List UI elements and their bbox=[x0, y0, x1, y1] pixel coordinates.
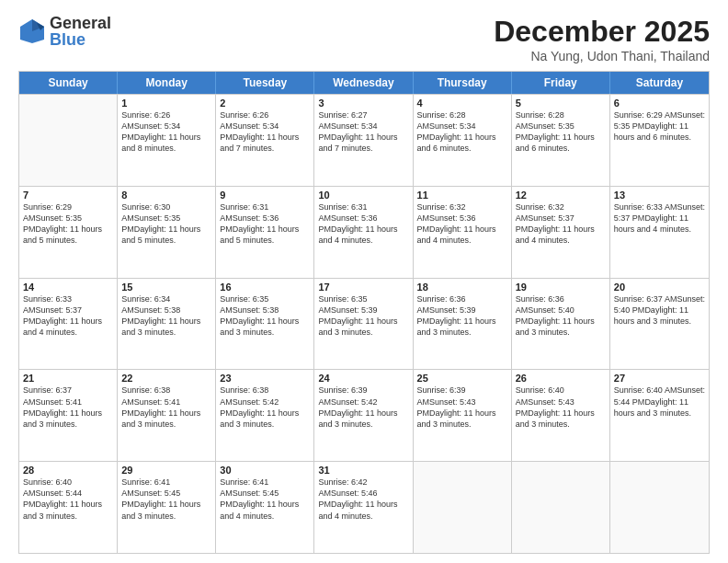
sunrise: Sunrise: 6:37 AM bbox=[614, 294, 677, 304]
day-number: 15 bbox=[121, 282, 211, 293]
daylight: Daylight: 11 hours and 8 minutes. bbox=[121, 132, 200, 153]
logo-general: General bbox=[50, 15, 111, 31]
calendar-cell: 19Sunrise: 6:36 AMSunset: 5:40 PMDayligh… bbox=[512, 279, 610, 370]
daylight: Daylight: 11 hours and 3 minutes. bbox=[23, 500, 102, 520]
daylight: Daylight: 11 hours and 4 minutes. bbox=[23, 316, 102, 337]
daylight: Daylight: 11 hours and 3 minutes. bbox=[23, 408, 102, 429]
day-number: 8 bbox=[121, 190, 211, 201]
daylight: Daylight: 11 hours and 3 minutes. bbox=[220, 408, 299, 429]
day-number: 9 bbox=[220, 190, 310, 201]
calendar-cell: 5Sunrise: 6:28 AMSunset: 5:35 PMDaylight… bbox=[512, 95, 610, 186]
weekday-header: Sunday bbox=[19, 72, 118, 94]
day-number: 13 bbox=[614, 190, 705, 201]
day-number: 11 bbox=[417, 190, 507, 201]
daylight: Daylight: 11 hours and 3 minutes. bbox=[121, 408, 200, 429]
day-number: 19 bbox=[516, 282, 606, 293]
calendar-cell: 23Sunrise: 6:38 AMSunset: 5:42 PMDayligh… bbox=[216, 370, 314, 461]
daylight: Daylight: 11 hours and 4 minutes. bbox=[417, 224, 496, 245]
sunrise: Sunrise: 6:29 AM bbox=[614, 110, 677, 120]
calendar-cell: 24Sunrise: 6:39 AMSunset: 5:42 PMDayligh… bbox=[314, 370, 413, 461]
sunrise: Sunrise: 6:40 AM bbox=[614, 385, 677, 395]
calendar-cell: 28Sunrise: 6:40 AMSunset: 5:44 PMDayligh… bbox=[19, 462, 118, 553]
daylight: Daylight: 11 hours and 3 minutes. bbox=[417, 408, 496, 429]
day-number: 5 bbox=[516, 98, 606, 109]
calendar-cell: 31Sunrise: 6:42 AMSunset: 5:46 PMDayligh… bbox=[314, 462, 413, 553]
calendar-week: 1Sunrise: 6:26 AMSunset: 5:34 PMDaylight… bbox=[19, 94, 709, 186]
day-number: 2 bbox=[220, 98, 310, 109]
daylight: Daylight: 11 hours and 5 minutes. bbox=[121, 224, 200, 245]
calendar-cell: 8Sunrise: 6:30 AMSunset: 5:35 PMDaylight… bbox=[118, 187, 216, 278]
calendar-cell bbox=[512, 462, 610, 553]
day-number: 18 bbox=[417, 282, 507, 293]
calendar-cell: 15Sunrise: 6:34 AMSunset: 5:38 PMDayligh… bbox=[118, 279, 216, 370]
day-number: 3 bbox=[318, 98, 408, 109]
daylight: Daylight: 11 hours and 3 minutes. bbox=[318, 316, 397, 337]
calendar-cell: 20Sunrise: 6:37 AMSunset: 5:40 PMDayligh… bbox=[610, 279, 709, 370]
daylight: Daylight: 11 hours and 7 minutes. bbox=[318, 132, 397, 153]
calendar-body: 1Sunrise: 6:26 AMSunset: 5:34 PMDaylight… bbox=[19, 94, 709, 553]
calendar-cell: 1Sunrise: 6:26 AMSunset: 5:34 PMDaylight… bbox=[118, 95, 216, 186]
location: Na Yung, Udon Thani, Thailand bbox=[494, 49, 710, 63]
calendar-header: SundayMondayTuesdayWednesdayThursdayFrid… bbox=[19, 72, 709, 94]
weekday-header: Tuesday bbox=[216, 72, 314, 94]
daylight: Daylight: 11 hours and 3 minutes. bbox=[121, 316, 200, 337]
calendar-cell: 21Sunrise: 6:37 AMSunset: 5:41 PMDayligh… bbox=[19, 370, 118, 461]
calendar-cell bbox=[414, 462, 512, 553]
day-number: 7 bbox=[23, 190, 113, 201]
calendar-week: 21Sunrise: 6:37 AMSunset: 5:41 PMDayligh… bbox=[19, 369, 709, 461]
daylight: Daylight: 11 hours and 4 minutes. bbox=[516, 224, 595, 245]
day-number: 20 bbox=[614, 282, 705, 293]
calendar-week: 28Sunrise: 6:40 AMSunset: 5:44 PMDayligh… bbox=[19, 461, 709, 553]
calendar-cell bbox=[610, 462, 709, 553]
day-number: 21 bbox=[23, 373, 113, 384]
day-number: 25 bbox=[417, 373, 507, 384]
weekday-header: Saturday bbox=[610, 72, 709, 94]
calendar-cell: 10Sunrise: 6:31 AMSunset: 5:36 PMDayligh… bbox=[314, 187, 413, 278]
day-number: 31 bbox=[318, 465, 408, 476]
weekday-header: Thursday bbox=[414, 72, 512, 94]
title-block: December 2025 Na Yung, Udon Thani, Thail… bbox=[494, 15, 710, 63]
day-number: 1 bbox=[121, 98, 211, 109]
calendar-cell: 3Sunrise: 6:27 AMSunset: 5:34 PMDaylight… bbox=[314, 95, 413, 186]
day-number: 17 bbox=[318, 282, 408, 293]
weekday-header: Wednesday bbox=[314, 72, 413, 94]
day-number: 26 bbox=[516, 373, 606, 384]
calendar-week: 14Sunrise: 6:33 AMSunset: 5:37 PMDayligh… bbox=[19, 278, 709, 370]
daylight: Daylight: 11 hours and 7 minutes. bbox=[220, 132, 299, 153]
logo-text: General Blue bbox=[50, 15, 111, 48]
daylight: Daylight: 11 hours and 4 minutes. bbox=[318, 224, 397, 245]
calendar-cell: 16Sunrise: 6:35 AMSunset: 5:38 PMDayligh… bbox=[216, 279, 314, 370]
daylight: Daylight: 11 hours and 4 minutes. bbox=[318, 500, 397, 520]
calendar-cell bbox=[19, 95, 118, 186]
daylight: Daylight: 11 hours and 4 minutes. bbox=[220, 500, 299, 520]
daylight: Daylight: 11 hours and 3 minutes. bbox=[516, 408, 595, 429]
daylight: Daylight: 11 hours and 3 minutes. bbox=[220, 316, 299, 337]
daylight: Daylight: 11 hours and 5 minutes. bbox=[23, 224, 102, 245]
logo-icon bbox=[18, 17, 46, 45]
daylight: Daylight: 11 hours and 3 minutes. bbox=[318, 408, 397, 429]
calendar-cell: 17Sunrise: 6:35 AMSunset: 5:39 PMDayligh… bbox=[314, 279, 413, 370]
daylight: Daylight: 11 hours and 3 minutes. bbox=[121, 500, 200, 520]
calendar-cell: 4Sunrise: 6:28 AMSunset: 5:34 PMDaylight… bbox=[414, 95, 512, 186]
calendar-cell: 6Sunrise: 6:29 AMSunset: 5:35 PMDaylight… bbox=[610, 95, 709, 186]
day-number: 24 bbox=[318, 373, 408, 384]
calendar-cell: 2Sunrise: 6:26 AMSunset: 5:34 PMDaylight… bbox=[216, 95, 314, 186]
calendar-week: 7Sunrise: 6:29 AMSunset: 5:35 PMDaylight… bbox=[19, 186, 709, 278]
day-number: 27 bbox=[614, 373, 705, 384]
daylight: Daylight: 11 hours and 6 minutes. bbox=[516, 132, 595, 153]
page: General Blue December 2025 Na Yung, Udon… bbox=[0, 0, 728, 563]
header: General Blue December 2025 Na Yung, Udon… bbox=[18, 15, 710, 63]
calendar-cell: 14Sunrise: 6:33 AMSunset: 5:37 PMDayligh… bbox=[19, 279, 118, 370]
calendar-cell: 22Sunrise: 6:38 AMSunset: 5:41 PMDayligh… bbox=[118, 370, 216, 461]
day-number: 29 bbox=[121, 465, 211, 476]
logo-blue: Blue bbox=[50, 31, 111, 48]
day-number: 10 bbox=[318, 190, 408, 201]
daylight: Daylight: 11 hours and 6 minutes. bbox=[417, 132, 496, 153]
calendar-cell: 12Sunrise: 6:32 AMSunset: 5:37 PMDayligh… bbox=[512, 187, 610, 278]
calendar-cell: 29Sunrise: 6:41 AMSunset: 5:45 PMDayligh… bbox=[118, 462, 216, 553]
day-number: 4 bbox=[417, 98, 507, 109]
weekday-header: Monday bbox=[118, 72, 216, 94]
calendar-cell: 30Sunrise: 6:41 AMSunset: 5:45 PMDayligh… bbox=[216, 462, 314, 553]
calendar-cell: 13Sunrise: 6:33 AMSunset: 5:37 PMDayligh… bbox=[610, 187, 709, 278]
day-number: 30 bbox=[220, 465, 310, 476]
